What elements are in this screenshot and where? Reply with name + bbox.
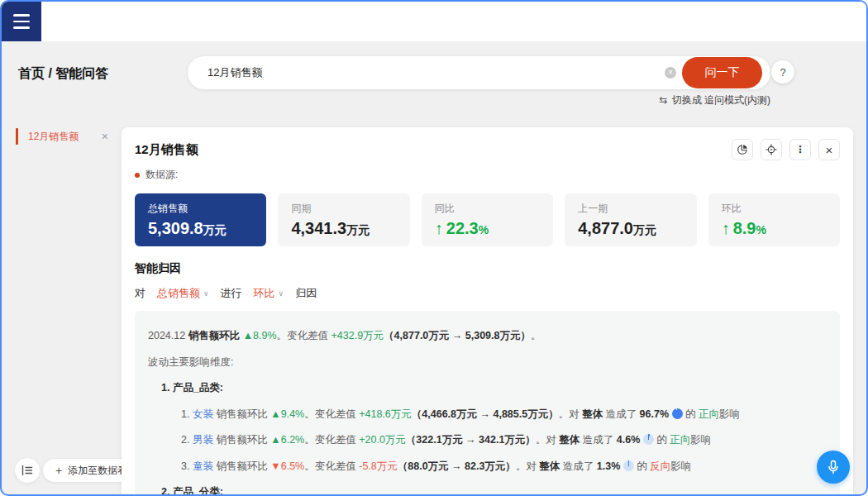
analysis-text: 。	[531, 330, 541, 341]
metrics-row: 总销售额5,309.8万元同期4,341.3万元同比↑22.3%上一期4,877…	[135, 193, 840, 246]
kebab-icon: ⋮	[795, 144, 805, 155]
analysis-text: ▲8.9%	[243, 330, 277, 341]
card-close-button[interactable]: ×	[818, 139, 840, 160]
mode-switch-link[interactable]: ⇆切换成 追问模式(内测)	[188, 93, 770, 107]
clear-input-icon[interactable]: ×	[665, 67, 676, 79]
analysis-text: 销售额环比	[213, 408, 270, 420]
sidebar-item-close-icon[interactable]: ×	[102, 131, 108, 142]
metric-card-3[interactable]: 上一期4,877.0万元	[565, 193, 696, 246]
attribution-line: 1. 产品_品类:	[148, 381, 827, 396]
dimension-link[interactable]: 女装	[193, 408, 213, 420]
analysis-text: （4,877.0万元 → 5,309.8万元）	[384, 330, 531, 341]
analysis-text: 的	[634, 460, 650, 472]
metric-select[interactable]: 总销售额 ∨	[157, 286, 209, 301]
close-icon: ×	[826, 144, 833, 156]
more-options-button[interactable]: ⋮	[789, 139, 811, 160]
analysis-text: +20.0万元	[359, 434, 406, 446]
pie-contribution-icon	[623, 460, 634, 471]
locate-icon	[765, 144, 777, 155]
metric-label: 总销售额	[148, 202, 253, 216]
datasource-row: 数据源:	[135, 168, 840, 182]
metric-value: 5,309.8万元	[148, 219, 253, 238]
analysis-text: -5.8万元	[359, 460, 398, 472]
attr-suffix: 归因	[295, 286, 317, 301]
analysis-text: 2.	[181, 434, 193, 446]
history-panel-button[interactable]	[14, 457, 41, 484]
analysis-text: 2024.12	[148, 330, 188, 341]
analysis-text: ▲6.2%	[270, 434, 304, 446]
analysis-text: 造成了	[560, 460, 596, 472]
voice-input-button[interactable]	[817, 451, 850, 484]
metric-card-1[interactable]: 同期4,341.3万元	[278, 193, 409, 246]
analysis-text: ▼6.5%	[270, 460, 304, 472]
chevron-down-icon: ∨	[203, 289, 209, 298]
analysis-text: +418.6万元	[359, 408, 412, 420]
analysis-text: 96.7%	[640, 408, 669, 420]
analysis-text: 影响	[690, 434, 711, 446]
card-title: 12月销售额	[135, 142, 198, 158]
compare-type-select[interactable]: 环比 ∨	[254, 286, 284, 301]
ask-button[interactable]: 问一下	[682, 57, 762, 88]
attribution-line: 1. 女装 销售额环比 ▲9.4%。变化差值 +418.6万元（4,466.8万…	[148, 408, 827, 422]
metric-card-2[interactable]: 同比↑22.3%	[422, 193, 553, 246]
pie-chart-icon	[737, 144, 748, 155]
analysis-text: （322.1万元 → 342.1万元）	[406, 434, 536, 446]
app-window: 首页 / 智能问答 × 问一下 ? ⇆切换成 追问模式(内测) 12月销售额 ×…	[0, 0, 868, 496]
analysis-text: 整体	[539, 460, 560, 472]
chevron-down-icon: ∨	[279, 289, 284, 298]
metric-label: 上一期	[578, 202, 683, 216]
metric-select-value: 总销售额	[157, 286, 200, 301]
plus-icon: +	[55, 464, 62, 477]
attribution-line: 波动主要影响维度:	[148, 355, 827, 370]
analysis-text: 1. 产品_品类:	[161, 382, 223, 393]
dimension-link[interactable]: 童装	[193, 460, 213, 472]
pie-contribution-icon	[672, 408, 683, 419]
mode-switch-label: 切换成 追问模式(内测)	[672, 94, 770, 106]
help-button[interactable]: ?	[771, 60, 794, 83]
analysis-text: 的	[654, 434, 670, 446]
card-actions: ⋮ ×	[732, 139, 840, 160]
analysis-text: 。变化差值	[304, 460, 359, 472]
card-header: 12月销售额 ⋮ ×	[135, 139, 840, 160]
search-bar: × 问一下	[188, 56, 770, 89]
analysis-text: 影响	[670, 460, 691, 472]
microphone-icon	[825, 459, 842, 475]
active-indicator	[16, 128, 18, 145]
metric-card-4[interactable]: 环比↑8.9%	[708, 193, 840, 246]
metric-card-0[interactable]: 总销售额5,309.8万元	[135, 193, 266, 246]
datasource-dot	[135, 173, 140, 178]
attribution-line: 3. 童装 销售额环比 ▼6.5%。变化差值 -5.8万元（88.0万元 → 8…	[148, 460, 827, 475]
attr-prefix: 对	[135, 286, 145, 301]
analysis-text: 造成了	[579, 434, 616, 446]
result-card: 12月销售额 ⋮ ×	[122, 127, 853, 496]
datasource-label: 数据源:	[145, 168, 178, 182]
analysis-text: 销售额环比	[213, 434, 270, 446]
attribution-line: 2024.12 销售额环比 ▲8.9%。变化差值 +432.9万元（4,877.…	[148, 329, 827, 344]
attr-middle: 进行	[221, 286, 242, 301]
dimension-link[interactable]: 男装	[193, 434, 213, 446]
attribution-line: 2. 男装 销售额环比 ▲6.2%。变化差值 +20.0万元（322.1万元 →…	[148, 433, 827, 448]
analysis-text: 销售额环比	[188, 330, 241, 341]
metric-label: 环比	[722, 202, 827, 216]
locate-button[interactable]	[761, 139, 782, 160]
analysis-text: 2. 产品_分类:	[161, 486, 223, 496]
panel-list-icon	[21, 465, 33, 476]
analysis-text: 。变化差值	[304, 434, 359, 446]
breadcrumb: 首页 / 智能问答	[18, 65, 108, 83]
analysis-text: 正向	[670, 434, 690, 446]
metric-label: 同比	[435, 202, 540, 216]
hamburger-icon	[13, 14, 30, 29]
metric-value: ↑22.3%	[435, 219, 540, 238]
main-menu-button[interactable]	[2, 2, 41, 41]
analysis-text: 整体	[582, 408, 603, 420]
analysis-text: 反向	[650, 460, 670, 472]
attribution-analysis: 2024.12 销售额环比 ▲8.9%。变化差值 +432.9万元（4,877.…	[135, 311, 840, 496]
sidebar-item-query[interactable]: 12月销售额 ×	[16, 126, 108, 146]
chart-type-button[interactable]	[732, 139, 753, 160]
analysis-text: 1.	[181, 408, 193, 420]
analysis-text: 。变化差值	[277, 330, 331, 341]
topbar	[2, 2, 866, 41]
compare-type-value: 环比	[254, 286, 275, 301]
analysis-text: 。变化差值	[304, 408, 359, 420]
pie-contribution-icon	[643, 434, 654, 445]
